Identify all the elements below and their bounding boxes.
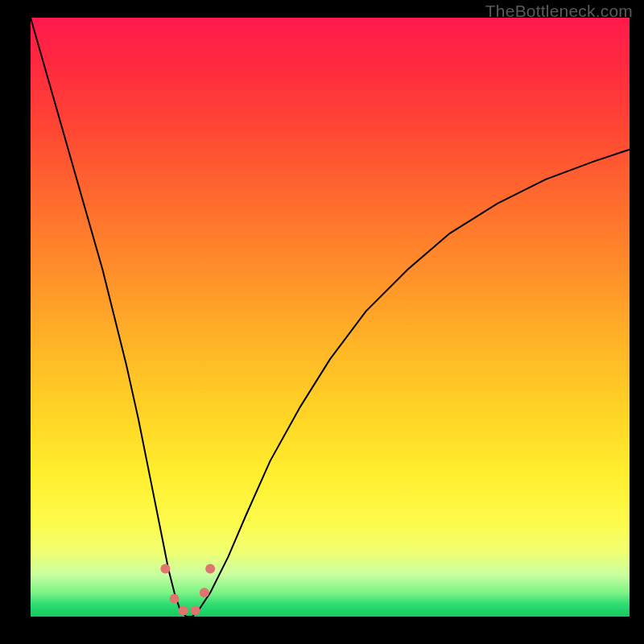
curve-marker — [200, 588, 209, 597]
plot-area — [31, 18, 630, 617]
curve-marker — [179, 606, 188, 616]
curve-markers — [160, 564, 215, 616]
curve-layer — [31, 18, 630, 617]
curve-marker — [191, 606, 200, 616]
chart-frame: TheBottleneck.com — [0, 0, 644, 644]
curve-marker — [170, 594, 180, 604]
watermark-text: TheBottleneck.com — [485, 2, 633, 21]
bottleneck-curve — [31, 18, 630, 617]
curve-marker — [205, 564, 215, 574]
curve-marker — [160, 564, 170, 574]
